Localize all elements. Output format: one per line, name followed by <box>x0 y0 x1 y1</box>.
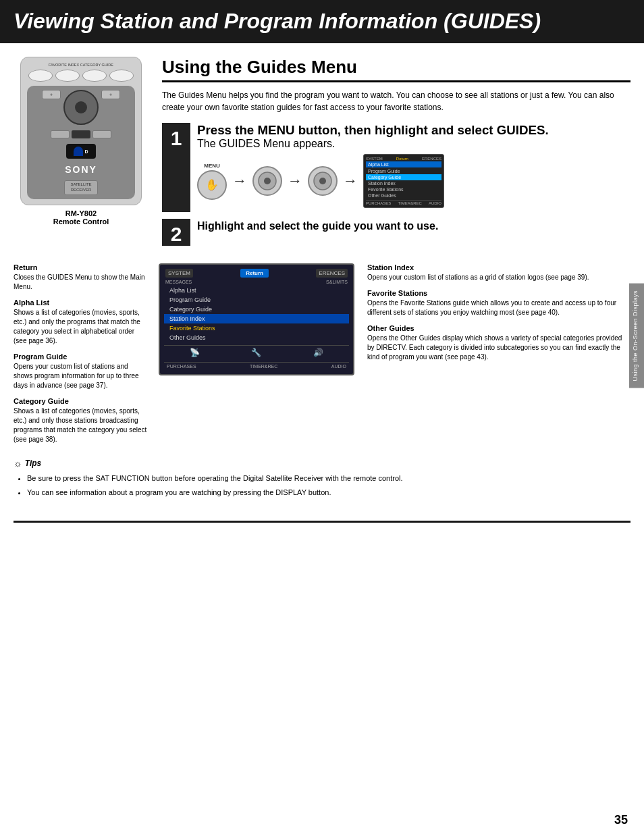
guides-intro: The Guides Menu helps you find the progr… <box>162 89 630 113</box>
annotation-return-title: Return <box>14 263 149 271</box>
annotation-program-guide-title: Program Guide <box>14 353 149 361</box>
screen-top-right: ERENCES <box>316 269 348 278</box>
screen-bottom-bar: PURCHASES TIMER&REC AUDIO <box>164 362 349 370</box>
annotation-program-guide: Program Guide Opens your custom list of … <box>14 353 149 390</box>
annotation-station-index-body: Opens your custom list of stations as a … <box>367 273 630 282</box>
center-screen-area: SYSTEM Return ERENCES MESSAGES S&LIMITS … <box>155 263 358 451</box>
step-2-content: Highlight and select the guide you want … <box>197 219 438 246</box>
arrow-2: → <box>288 174 302 188</box>
main-content: FAVORITE INDEX CATEGORY GUIDE + + <box>0 43 644 259</box>
screen-messages: MESSAGES <box>165 280 192 284</box>
svg-point-3 <box>319 178 326 184</box>
annotation-category-guide-body: Shows a list of categories (movies, spor… <box>14 407 149 444</box>
side-tab: Using the On-Screen Displays <box>629 284 644 388</box>
tip-item-2: You can see information about a program … <box>27 487 630 498</box>
arrow-1: → <box>232 174 247 188</box>
menu-hand-icon: ✋ <box>197 170 227 200</box>
screen-item-alpha-list[interactable]: Alpha List <box>164 286 349 295</box>
right-annotations: Station Index Opens your custom list of … <box>358 263 630 451</box>
guides-menu-title: Using the Guides Menu <box>162 57 630 82</box>
tips-label: Tips <box>25 459 41 468</box>
step-1-sub: The GUIDES Menu appears. <box>197 138 549 150</box>
screen-item-other-guides[interactable]: Other Guides <box>164 333 349 342</box>
annotation-program-guide-body: Opens your custom list of stations and s… <box>14 362 149 390</box>
select-item <box>308 166 338 196</box>
remote-caption: RM-Y802 Remote Control <box>53 209 109 226</box>
screen-slimits: S&LIMITS <box>326 280 348 284</box>
left-annotations: Return Closes the GUIDES Menu to show th… <box>14 263 155 451</box>
screen-item-category-guide[interactable]: Category Guide <box>164 305 349 314</box>
annotation-category-guide-title: Category Guide <box>14 397 149 405</box>
remote-body: + + D <box>27 86 135 199</box>
annotation-station-index-title: Station Index <box>367 263 630 271</box>
sony-logo: SONY <box>65 164 97 175</box>
annotation-alpha-list-body: Shows a list of categories (movies, spor… <box>14 308 149 346</box>
step-2-number: 2 <box>162 219 190 246</box>
menu-flow-illustration: MENU ✋ → → <box>197 154 549 208</box>
annotation-other-guides-title: Other Guides <box>367 324 630 332</box>
page-header: Viewing Station and Program Information … <box>0 0 644 43</box>
annotation-favorite-stations-body: Opens the Favorite Stations guide which … <box>367 298 630 317</box>
svg-point-1 <box>264 178 271 184</box>
arrow-3: → <box>343 174 358 188</box>
tips-icon: ☼ <box>14 458 22 469</box>
annotation-return: Return Closes the GUIDES Menu to show th… <box>14 263 149 292</box>
screen-top-left: SYSTEM <box>165 269 193 278</box>
left-column: FAVORITE INDEX CATEGORY GUIDE + + <box>14 57 149 253</box>
mini-guides-screen: SYSTEMReturnERENCES Alpha List Program G… <box>363 154 444 208</box>
dpad-icon <box>252 166 282 196</box>
step-1-instruction: Press the MENU button, then highlight an… <box>197 123 549 138</box>
annotation-alpha-list: Alpha List Shows a list of categories (m… <box>14 298 149 346</box>
tips-header: ☼ Tips <box>14 458 630 469</box>
annotation-alpha-list-title: Alpha List <box>14 298 149 307</box>
annotation-category-guide: Category Guide Shows a list of categorie… <box>14 397 149 444</box>
step-1-number: 1 <box>162 123 190 212</box>
annotation-favorite-stations: Favorite Stations Opens the Favorite Sta… <box>367 289 630 317</box>
remote-image: FAVORITE INDEX CATEGORY GUIDE + + <box>20 57 142 205</box>
screen-timer: TIMER&REC <box>250 364 277 369</box>
annotation-favorite-stations-title: Favorite Stations <box>367 289 630 297</box>
screen-purchases: PURCHASES <box>167 364 196 369</box>
tips-list: Be sure to press the SAT FUNCTION button… <box>14 473 630 498</box>
screen-audio: AUDIO <box>331 364 346 369</box>
lower-section: Return Closes the GUIDES Menu to show th… <box>0 263 644 451</box>
tip-item-1: Be sure to press the SAT FUNCTION button… <box>27 473 630 484</box>
screen-item-station-index[interactable]: Station Index <box>164 314 349 323</box>
tips-section: ☼ Tips Be sure to press the SAT FUNCTION… <box>0 451 644 514</box>
annotation-return-body: Closes the GUIDES Menu to show the Main … <box>14 273 149 292</box>
step-2-instruction: Highlight and select the guide you want … <box>197 219 438 234</box>
screen-menu-items: Alpha List Program Guide Category Guide … <box>164 286 349 342</box>
satellite-label: SATELLITERECEIVER <box>64 180 97 195</box>
screen-item-program-guide[interactable]: Program Guide <box>164 295 349 305</box>
step-1-content: Press the MENU button, then highlight an… <box>197 123 549 212</box>
page-title: Viewing Station and Program Information … <box>14 8 630 34</box>
right-column: Using the Guides Menu The Guides Menu he… <box>162 57 630 253</box>
bottom-divider <box>14 521 630 523</box>
screen-item-favorite-stations[interactable]: Favorite Stations <box>164 323 349 333</box>
guides-menu-screen: SYSTEM Return ERENCES MESSAGES S&LIMITS … <box>159 263 354 375</box>
annotation-other-guides-body: Opens the Other Guides display which sho… <box>367 334 630 362</box>
menu-label-item: MENU ✋ <box>197 163 227 200</box>
page-number: 35 <box>614 813 628 827</box>
lower-section-inner: Return Closes the GUIDES Menu to show th… <box>0 263 644 451</box>
remote-top-buttons <box>28 70 134 82</box>
step-2: 2 Highlight and select the guide you wan… <box>162 219 630 246</box>
step-1: 1 Press the MENU button, then highlight … <box>162 123 630 212</box>
annotation-other-guides: Other Guides Opens the Other Guides disp… <box>367 324 630 362</box>
annotation-station-index: Station Index Opens your custom list of … <box>367 263 630 282</box>
screen-top-middle: Return <box>240 269 269 278</box>
dpad-item <box>252 166 282 196</box>
select-icon <box>308 166 338 196</box>
